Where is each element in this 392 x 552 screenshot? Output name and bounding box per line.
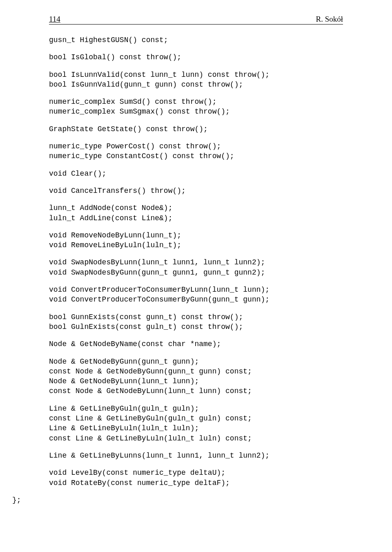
code-line: Line & GetLineByGuln(guln_t guln); const… <box>49 404 343 443</box>
author-name: R. Sokół <box>316 15 343 24</box>
code-line: Node & GetNodeByGunn(gunn_t gunn); const… <box>49 357 343 396</box>
code-line: void RemoveNodeByLunn(lunn_t); void Remo… <box>49 230 343 250</box>
code-line: numeric_complex SumSd() const throw(); n… <box>49 97 343 117</box>
code-line: void CancelTransfers() throw(); <box>49 186 343 196</box>
code-line: numeric_type PowerCost() const throw(); … <box>49 141 343 161</box>
code-line: bool IsGlobal() const throw(); <box>49 52 343 62</box>
code-line: void LevelBy(const numeric_type deltaU);… <box>49 468 343 488</box>
code-line: void SwapNodesByLunn(lunn_t lunn1, lunn_… <box>49 257 343 277</box>
code-line: bool GunnExists(const gunn_t) const thro… <box>49 312 343 332</box>
page-header: 114 R. Sokół <box>49 15 343 25</box>
code-line: GraphState GetState() const throw(); <box>49 124 343 134</box>
page-number: 114 <box>49 15 60 24</box>
code-line: Line & GetLineByLunns(lunn_t lunn1, lunn… <box>49 451 343 460</box>
code-line: void ConvertProducerToConsumerByLunn(lun… <box>49 285 343 305</box>
code-line: gusn_t HighestGUSN() const; <box>49 35 343 45</box>
code-closing-brace: }; <box>12 496 343 504</box>
code-line: void Clear(); <box>49 169 343 179</box>
code-line: Node & GetNodeByName(const char *name); <box>49 339 343 349</box>
code-line: bool IsLunnValid(const lunn_t lunn) cons… <box>49 70 343 90</box>
code-line: lunn_t AddNode(const Node&); luln_t AddL… <box>49 203 343 223</box>
code-listing: gusn_t HighestGUSN() const; bool IsGloba… <box>49 35 343 504</box>
page-container: 114 R. Sokół gusn_t HighestGUSN() const;… <box>0 0 392 529</box>
